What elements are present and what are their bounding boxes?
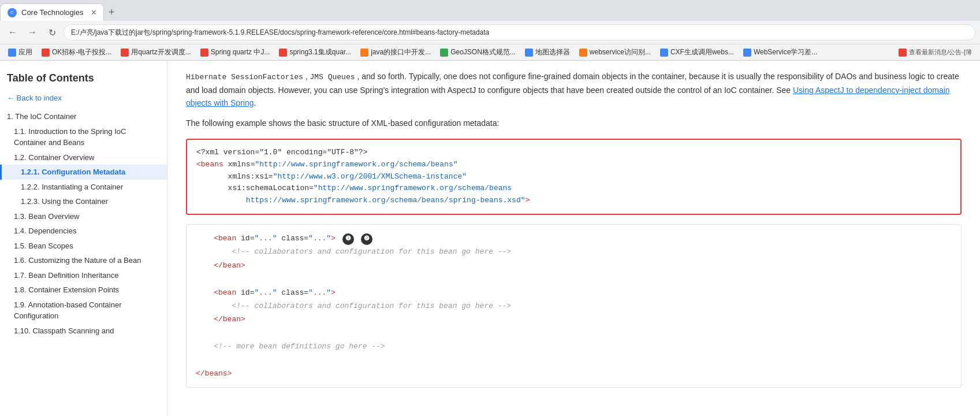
bookmark-label: WebService学习差... [754,47,817,57]
bookmark-favicon [525,49,533,57]
bookmark-10[interactable]: WebService学习差... [740,46,821,58]
bookmark-1[interactable]: OK招标-电子投投... [38,46,115,58]
bookmark-favicon [743,49,751,57]
sidebar: Table of Contents ← Back to index 1. The… [0,61,167,416]
bookmark-favicon [279,49,287,57]
toc-item-1-2-1[interactable]: 1.2.1. Configuration Metadata [0,165,167,180]
bookmarks-bar: 应用 OK招标-电子投投... 用quartz开发调度... Spring qu… [0,44,980,60]
toc-item-1-8[interactable]: 1.8. Container Extension Points [0,283,167,298]
toc-item-1-6[interactable]: 1.6. Customizing the Nature of a Bean [0,253,167,268]
bookmark-label: 用quartz开发调度... [131,47,191,57]
main-content: Hibernate SessionFactories , JMS Queues … [167,61,980,416]
toc-item-1-2-2[interactable]: 1.2.2. Instantiating a Container [0,180,167,195]
toc-item-1-4[interactable]: 1.4. Dependencies [0,224,167,239]
bookmark-label: 地图选择器 [535,47,570,57]
toc-title: Table of Contents [0,68,167,91]
toc-item-1-7[interactable]: 1.7. Bean Definition Inheritance [0,268,167,283]
code-bean-2-comment: <!-- collaborators and configuration for… [196,299,952,313]
example-label: The following example shows the basic st… [186,117,962,129]
address-input[interactable] [64,24,975,40]
address-bar: ← → ↻ [0,21,980,44]
toc-item-1[interactable]: 1. The IoC Container [0,109,167,124]
xml-code-block-bordered: <?xml version="1.0" encoding="UTF-8"?> <… [186,139,962,215]
active-tab[interactable]: C Core Technologies × [0,3,104,21]
bookmark-label: GeoJSON格式规范... [450,47,516,57]
bookmark-label: webservice访问别... [590,47,651,57]
bookmark-favicon [8,49,16,57]
code-bean-1-close: </bean> [196,259,952,272]
browser-chrome: C Core Technologies × + ← → ↻ 应用 OK招标-电子… [0,0,980,61]
toc-item-1-3[interactable]: 1.3. Bean Overview [0,209,167,224]
bookmark-6[interactable]: GeoJSON格式规范... [437,46,519,58]
bookmark-favicon [200,49,208,57]
bookmark-label: spring3.1集成quar... [289,47,351,57]
bookmark-label: Spring quartz 中J... [211,47,270,57]
code-bean-1-open: <bean id="..." class="..."> ❶ ❷ [196,232,952,245]
bookmark-5[interactable]: java的接口中开发... [357,46,434,58]
bookmark-favicon [360,49,368,57]
code-blank-1 [196,272,952,285]
aspectj-link[interactable]: Using AspectJ to dependency-inject domai… [186,86,950,107]
code-bean-2-open: <bean id="..." class="..."> [196,286,952,299]
bookmark-7[interactable]: 地图选择器 [521,46,573,58]
intro-paragraph: Hibernate SessionFactories , JMS Queues … [186,70,962,110]
code-line-1: <?xml version="1.0" encoding="UTF-8"?> [196,147,951,159]
bookmark-label: 应用 [18,47,32,57]
bookmark-apps[interactable]: 应用 [5,46,36,58]
callout-2: ❷ [361,233,372,245]
tab-favicon: C [8,8,17,17]
toc-item-1-5[interactable]: 1.5. Bean Scopes [0,239,167,254]
bookmark-9[interactable]: CXF生成调用webs... [657,46,737,58]
toc-item-1-9[interactable]: 1.9. Annotation-based Container Configur… [0,298,167,324]
new-tab-button[interactable]: + [104,4,120,21]
forward-button[interactable]: → [24,24,40,40]
back-button[interactable]: ← [5,24,21,40]
bookmark-favicon [121,49,129,57]
tab-title: Core Technologies [21,8,87,17]
back-to-index-link[interactable]: ← Back to index [0,91,167,109]
bookmark-11[interactable]: 查看最新消息/公告-[簿 [895,47,975,58]
bookmark-label: OK招标-电子投投... [52,47,111,57]
code-line-3: xmlns:xsi="http://www.w3.org/2001/XMLSch… [196,171,951,183]
code-bean-2-close: </bean> [196,313,952,326]
code-bean-1-comment: <!-- collaborators and configuration for… [196,245,952,258]
bookmark-favicon [579,49,587,57]
bookmark-3[interactable]: Spring quartz 中J... [197,46,274,58]
bookmark-favicon [440,49,448,57]
code-line-2: <beans xmlns="http://www.springframework… [196,159,951,171]
code-blank-2 [196,326,952,340]
code-blank-3 [196,353,952,366]
tab-close-button[interactable]: × [91,8,96,17]
toc-item-1-2-3[interactable]: 1.2.3. Using the Container [0,194,167,209]
bookmark-label: 查看最新消息/公告-[簿 [909,48,972,57]
code-line-5: https://www.springframework.org/schema/b… [196,195,951,207]
bookmark-2[interactable]: 用quartz开发调度... [117,46,194,58]
code-beans-close: </beans> [196,367,952,380]
bookmark-label: java的接口中开发... [371,47,431,57]
refresh-button[interactable]: ↻ [44,24,60,40]
toc-item-1-1[interactable]: 1.1. Introduction to the Spring IoC Cont… [0,124,167,150]
bookmark-favicon [42,49,50,57]
bookmark-favicon [899,49,907,57]
toc-item-1-2[interactable]: 1.2. Container Overview [0,150,167,165]
bookmark-8[interactable]: webservice访问别... [576,46,654,58]
code-more-comment: <!-- more bean definitions go here --> [196,340,952,353]
main-area: Table of Contents ← Back to index 1. The… [0,61,980,416]
callout-1: ❶ [342,233,354,245]
toc-item-1-10[interactable]: 1.10. Classpath Scanning and [0,324,167,339]
code-line-4: xsi:schemaLocation="http://www.springfra… [196,183,951,195]
tab-bar: C Core Technologies × + [0,0,980,21]
bookmark-4[interactable]: spring3.1集成quar... [275,46,355,58]
xml-code-block-plain: <bean id="..." class="..."> ❶ ❷ <!-- col… [186,224,962,388]
bookmark-label: CXF生成调用webs... [670,47,734,57]
bookmark-favicon [660,49,668,57]
